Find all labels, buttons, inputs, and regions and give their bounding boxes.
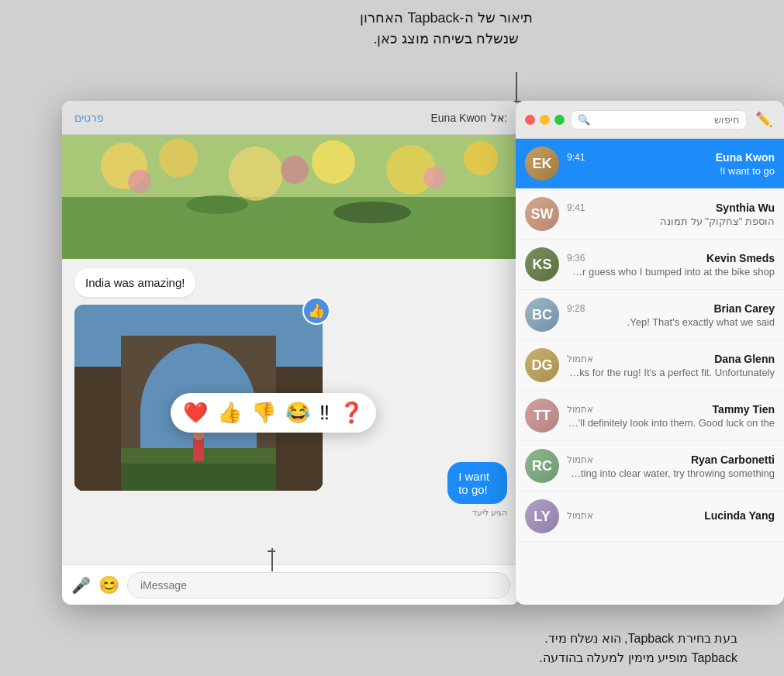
sidebar-window: 🔍 ✏️ EK9:41Euna KwonI want to go!SW9:41S… <box>516 101 784 605</box>
conv-info: 9:41Euna KwonI want to go! <box>567 151 775 177</box>
conv-time: אתמול <box>567 454 593 465</box>
flower-overlay <box>62 135 520 259</box>
conversation-item[interactable]: RCאתמולRyan CarbonettiIf you're casting … <box>516 441 784 491</box>
conv-header: 9:41Synthia Wu <box>567 202 775 214</box>
conv-info: 9:36Kevin SmedsYou'll never guess who I … <box>567 252 775 278</box>
avatar: DG <box>525 348 559 382</box>
conv-info: אתמולTammy TienAppreciate it. I'll defin… <box>567 403 775 429</box>
chat-photo-image <box>62 135 520 259</box>
conv-preview: Yep! That's exactly what we said. <box>567 316 775 328</box>
conversation-item[interactable]: SW9:41Synthia Wuהוספת "צחקוק" על תמונה <box>516 189 784 240</box>
svg-point-5 <box>312 140 355 184</box>
conv-header: 9:41Euna Kwon <box>567 151 775 164</box>
svg-rect-23 <box>74 367 121 491</box>
conv-time: 9:28 <box>567 303 585 314</box>
conv-time: אתמול <box>567 510 593 521</box>
conv-preview: If you're casting into clear water, try … <box>567 467 775 479</box>
svg-point-3 <box>159 139 198 178</box>
sent-bubble: I want to go! <box>447 462 507 504</box>
chat-area: India was amazing! <box>62 135 520 564</box>
callout-line-top <box>516 72 517 103</box>
tapback-thumbsup[interactable]: 👍 <box>217 401 242 425</box>
conv-info: אתמולDana GlennThanks for the rug! It's … <box>567 353 775 378</box>
svg-point-12 <box>333 202 411 223</box>
svg-point-11 <box>186 195 248 214</box>
titlebar-contact: Euna Kwon <box>431 112 487 124</box>
sidebar-titlebar: 🔍 ✏️ <box>516 101 784 139</box>
avatar: RC <box>525 449 559 483</box>
conversations-list: EK9:41Euna KwonI want to go!SW9:41Synthi… <box>516 139 784 542</box>
traffic-lights <box>525 115 565 125</box>
annotation-bottom-line2: Tapback מופיע מימין למעלה בהודעה. <box>47 648 737 668</box>
callout-bottom-1h <box>268 550 275 552</box>
conv-name: Tammy Tien <box>713 403 775 416</box>
conv-info: אתמולRyan CarbonettiIf you're casting in… <box>567 454 775 479</box>
close-button[interactable] <box>525 115 535 125</box>
conv-header: אתמולTammy Tien <box>567 403 775 416</box>
tapback-thumbsdown[interactable]: 👎 <box>251 401 276 425</box>
conv-name: Ryan Carbonetti <box>691 454 775 466</box>
search-input[interactable] <box>593 114 740 126</box>
conv-time: 9:41 <box>567 152 585 163</box>
search-bar[interactable]: 🔍 <box>571 110 747 129</box>
tapback-emphasis[interactable]: ‼️ <box>319 401 330 425</box>
tapback-heart[interactable]: ❤️ <box>183 401 208 425</box>
conv-preview: Appreciate it. I'll definitely look into… <box>567 417 775 429</box>
fullscreen-button[interactable] <box>554 115 565 125</box>
conversation-item[interactable]: EK9:41Euna KwonI want to go! <box>516 139 784 189</box>
window-titlebar: פרטים Euna Kwon אל: <box>62 101 520 135</box>
tapback-menu[interactable]: ❤️ 👍 👎 😂 ‼️ ❓ <box>171 393 376 433</box>
conv-preview: הוספת "צחקוק" על תמונה <box>567 216 775 227</box>
conv-preview: Thanks for the rug! It's a perfect fit. … <box>567 367 775 378</box>
annotation-bottom-line1: בעת בחירת Tapback, הוא נשלח מיד. <box>47 629 737 649</box>
tapback-thumbsup-badge: 👍 <box>302 297 330 325</box>
conv-header: 9:28Brian Carey <box>567 302 775 315</box>
avatar: BC <box>525 298 559 332</box>
conversation-item[interactable]: LYאתמולLucinda Yang <box>516 491 784 542</box>
compose-button[interactable]: ✏️ <box>753 109 775 130</box>
svg-point-4 <box>229 147 283 201</box>
titlebar-to: Euna Kwon אל: <box>431 112 508 124</box>
svg-point-9 <box>281 156 309 184</box>
conversation-item[interactable]: DGאתמולDana GlennThanks for the rug! It'… <box>516 340 784 391</box>
delivered-text: הגיע ליעד <box>472 508 507 518</box>
audio-icon: 🎤 <box>71 576 91 595</box>
conv-header: אתמולRyan Carbonetti <box>567 454 775 466</box>
conv-info: 9:41Synthia Wuהוספת "צחקוק" על תמונה <box>567 202 775 227</box>
annotation-top-line2: שנשלח בשיחה מוצג כאן. <box>155 29 737 50</box>
search-icon: 🔍 <box>578 114 590 126</box>
conv-name: Dana Glenn <box>714 353 775 365</box>
avatar: LY <box>525 499 559 533</box>
conv-header: אתמולDana Glenn <box>567 353 775 365</box>
conv-preview: You'll never guess who I bumped into at … <box>567 266 775 278</box>
conversation-item[interactable]: TTאתמולTammy TienAppreciate it. I'll def… <box>516 391 784 441</box>
conversation-item[interactable]: BC9:28Brian CareyYep! That's exactly wha… <box>516 290 784 340</box>
tapback-haha[interactable]: 😂 <box>285 401 310 425</box>
avatar: KS <box>525 247 559 281</box>
emoji-icon[interactable]: 😊 <box>98 575 119 595</box>
chat-input-bar: 🎤 😊 <box>62 564 520 605</box>
conv-time: 9:36 <box>567 253 585 264</box>
conv-name: Euna Kwon <box>716 151 775 164</box>
message-input[interactable] <box>127 572 510 598</box>
tapback-question[interactable]: ❓ <box>339 401 364 425</box>
svg-point-7 <box>464 141 498 175</box>
received-bubble: India was amazing! <box>74 268 195 297</box>
conv-time: 9:41 <box>567 202 585 213</box>
conv-name: Lucinda Yang <box>704 509 775 522</box>
svg-rect-21 <box>193 438 204 461</box>
conv-name: Brian Carey <box>713 302 775 315</box>
conv-time: אתמול <box>567 354 593 364</box>
svg-rect-1 <box>62 197 520 259</box>
conv-header: 9:36Kevin Smeds <box>567 252 775 264</box>
details-link[interactable]: פרטים <box>74 112 104 124</box>
annotation-top: תיאור של ה-Tapback האחרון שנשלח בשיחה מו… <box>155 8 737 50</box>
conv-name: Kevin Smeds <box>706 252 775 264</box>
conv-info: 9:28Brian CareyYep! That's exactly what … <box>567 302 775 328</box>
conv-header: אתמולLucinda Yang <box>567 509 775 522</box>
sent-text: I want to go! <box>458 470 489 496</box>
annotation-bottom: בעת בחירת Tapback, הוא נשלח מיד. Tapback… <box>47 629 737 668</box>
sent-bubble-wrapper: I want to go! הגיע ליעד <box>422 462 507 518</box>
conversation-item[interactable]: KS9:36Kevin SmedsYou'll never guess who … <box>516 240 784 290</box>
minimize-button[interactable] <box>540 115 550 125</box>
